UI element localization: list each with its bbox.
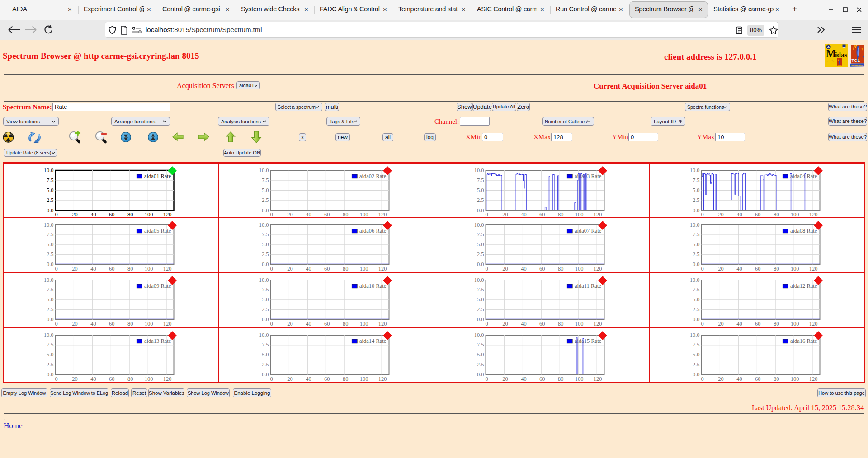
svg-text:80: 80 <box>343 321 349 327</box>
svg-text:80: 80 <box>558 376 564 382</box>
svg-text:80: 80 <box>774 321 779 327</box>
svg-text:2.5: 2.5 <box>693 251 700 257</box>
svg-text:0: 0 <box>486 266 488 272</box>
svg-text:20: 20 <box>287 376 293 382</box>
svg-text:aida02 Rate: aida02 Rate <box>359 173 387 179</box>
svg-text:120: 120 <box>378 266 387 272</box>
svg-text:0.0: 0.0 <box>693 316 700 322</box>
svg-text:20: 20 <box>502 211 508 217</box>
svg-text:7.5: 7.5 <box>262 341 269 348</box>
svg-text:100: 100 <box>790 376 799 382</box>
svg-text:80: 80 <box>127 211 133 217</box>
svg-text:40: 40 <box>306 266 311 272</box>
svg-text:40: 40 <box>306 321 311 327</box>
svg-text:40: 40 <box>90 376 96 382</box>
svg-text:60: 60 <box>755 376 761 382</box>
svg-text:aida11 Rate: aida11 Rate <box>575 283 601 289</box>
svg-text:aida06 Rate: aida06 Rate <box>359 228 387 234</box>
svg-text:0: 0 <box>701 211 703 217</box>
svg-text:120: 120 <box>378 211 387 217</box>
svg-text:7.5: 7.5 <box>477 177 484 183</box>
svg-text:0: 0 <box>701 266 703 272</box>
svg-text:120: 120 <box>378 376 387 382</box>
svg-text:10.0: 10.0 <box>259 277 269 283</box>
svg-text:20: 20 <box>72 321 78 327</box>
svg-text:40: 40 <box>736 376 742 382</box>
svg-text:0.0: 0.0 <box>262 316 269 322</box>
svg-text:100: 100 <box>790 211 799 217</box>
svg-text:0: 0 <box>486 321 488 327</box>
svg-text:20: 20 <box>502 376 508 382</box>
svg-text:40: 40 <box>521 376 527 382</box>
svg-text:10.0: 10.0 <box>259 332 269 338</box>
svg-text:100: 100 <box>575 211 584 217</box>
svg-text:60: 60 <box>539 321 545 327</box>
svg-text:10.0: 10.0 <box>689 222 699 228</box>
svg-text:0: 0 <box>55 376 57 382</box>
svg-text:60: 60 <box>324 211 330 217</box>
svg-text:idas: idas <box>835 51 848 59</box>
svg-text:0: 0 <box>270 376 273 382</box>
svg-text:0: 0 <box>55 321 57 327</box>
svg-text:100: 100 <box>144 321 153 327</box>
svg-text:7.5: 7.5 <box>46 286 53 293</box>
svg-text:60: 60 <box>755 266 761 272</box>
svg-text:120: 120 <box>809 321 817 327</box>
svg-text:7.5: 7.5 <box>46 232 53 238</box>
svg-text:5.0: 5.0 <box>262 351 269 358</box>
svg-text:5.0: 5.0 <box>693 351 700 358</box>
svg-text:2.5: 2.5 <box>46 306 53 313</box>
svg-text:40: 40 <box>736 266 742 272</box>
svg-text:aida04 Rate: aida04 Rate <box>790 173 817 179</box>
svg-text:0.0: 0.0 <box>693 371 700 378</box>
svg-text:0.0: 0.0 <box>477 261 484 267</box>
svg-text:7.5: 7.5 <box>262 177 269 183</box>
svg-text:5.0: 5.0 <box>477 296 484 303</box>
svg-text:7.5: 7.5 <box>477 286 484 293</box>
svg-text:7.5: 7.5 <box>262 232 269 238</box>
svg-text:POWERED: POWERED <box>851 64 863 67</box>
svg-text:60: 60 <box>755 211 761 217</box>
svg-text:7.5: 7.5 <box>693 286 700 293</box>
svg-text:40: 40 <box>736 211 742 217</box>
svg-text:2.5: 2.5 <box>262 197 269 203</box>
svg-text:7.5: 7.5 <box>693 341 700 348</box>
svg-text:100: 100 <box>360 266 368 272</box>
svg-text:100: 100 <box>790 321 799 327</box>
svg-text:5.0: 5.0 <box>46 296 53 303</box>
svg-text:100: 100 <box>575 266 584 272</box>
svg-text:aida08 Rate: aida08 Rate <box>790 228 817 234</box>
svg-text:0.0: 0.0 <box>46 371 53 378</box>
svg-text:0: 0 <box>270 211 273 217</box>
svg-text:5.0: 5.0 <box>477 187 484 193</box>
svg-text:7.5: 7.5 <box>693 177 700 183</box>
svg-text:60: 60 <box>324 266 330 272</box>
svg-text:10.0: 10.0 <box>259 222 269 228</box>
svg-text:5.0: 5.0 <box>262 187 269 193</box>
svg-text:aida07 Rate: aida07 Rate <box>575 228 602 234</box>
svg-text:5.0: 5.0 <box>477 241 484 248</box>
svg-text:80: 80 <box>343 211 349 217</box>
svg-text:5.0: 5.0 <box>46 241 53 248</box>
svg-text:120: 120 <box>163 211 171 217</box>
svg-text:0: 0 <box>55 211 57 217</box>
svg-text:0.0: 0.0 <box>477 207 484 213</box>
svg-text:2.5: 2.5 <box>477 306 484 313</box>
svg-text:0: 0 <box>486 211 488 217</box>
svg-text:TCL: TCL <box>852 58 860 63</box>
svg-text:5.0: 5.0 <box>693 296 700 303</box>
svg-text:aida10 Rate: aida10 Rate <box>359 283 387 289</box>
svg-text:2.5: 2.5 <box>46 361 53 368</box>
svg-text:100: 100 <box>360 376 368 382</box>
svg-text:20: 20 <box>72 266 78 272</box>
svg-text:7.5: 7.5 <box>477 341 484 348</box>
svg-text:5.0: 5.0 <box>46 351 53 358</box>
svg-text:60: 60 <box>539 211 545 217</box>
svg-text:60: 60 <box>539 266 545 272</box>
svg-text:0.0: 0.0 <box>693 261 700 267</box>
svg-text:120: 120 <box>594 266 602 272</box>
svg-text:2.5: 2.5 <box>46 197 53 203</box>
svg-text:100: 100 <box>790 266 799 272</box>
svg-text:100: 100 <box>144 376 153 382</box>
svg-text:2.5: 2.5 <box>262 251 269 257</box>
